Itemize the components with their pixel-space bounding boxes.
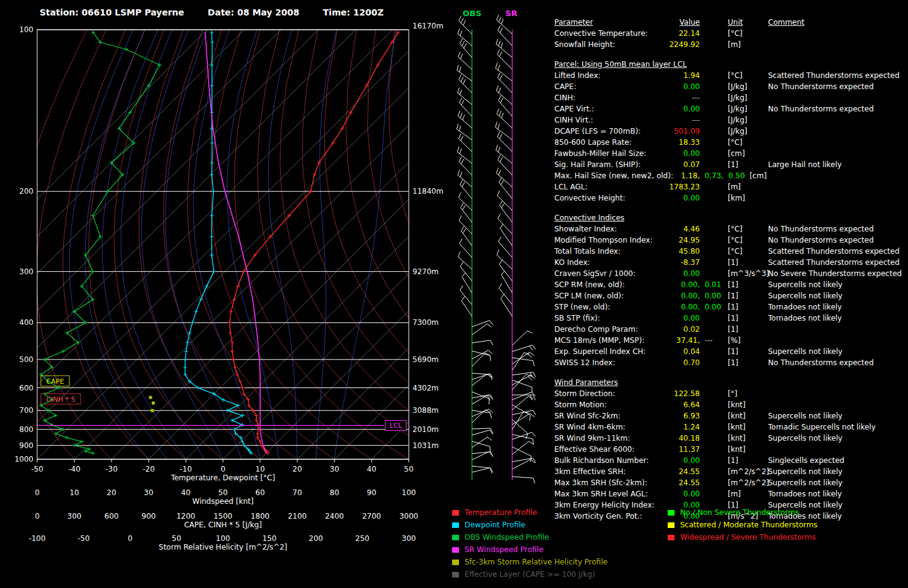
svg-text:900: 900 xyxy=(19,441,33,450)
table-row: MCS 18m/s (MMP, MSP):37.41, ---[%] xyxy=(554,335,902,346)
table-gap xyxy=(554,50,902,59)
svg-text:70: 70 xyxy=(292,488,302,497)
svg-text:30: 30 xyxy=(144,488,153,497)
svg-text:1000: 1000 xyxy=(14,455,33,464)
table-section-header: Convective Indices xyxy=(554,212,902,223)
svg-text:Storm Relative Helicity [m^2/s: Storm Relative Helicity [m^2/s^2] xyxy=(159,543,287,551)
table-row: SB STP (fix):0.00[1]Tornadoes not likely xyxy=(554,313,902,324)
svg-text:300: 300 xyxy=(402,534,416,543)
legend-label: SR Windspeed Profile xyxy=(465,545,543,554)
svg-text:900: 900 xyxy=(142,512,156,521)
svg-text:2010m: 2010m xyxy=(413,425,439,434)
table-row: Snowfall Height:2249.92[m] xyxy=(554,39,902,50)
dewpoint-profile xyxy=(185,32,251,453)
svg-text:50: 50 xyxy=(172,534,181,543)
srh-marker xyxy=(152,402,155,405)
legend-label: Widespread / Severe Thunderstorms xyxy=(680,533,816,542)
legend-swatch xyxy=(452,560,459,565)
table-row: SWISS 12 Index:0.70[1]No Thunderstorms e… xyxy=(554,357,902,368)
table-section-header: Parcel: Using 50mB mean layer LCL xyxy=(554,59,902,70)
svg-text:600: 600 xyxy=(19,384,33,392)
svg-text:1500: 1500 xyxy=(214,512,233,521)
svg-text:1031m: 1031m xyxy=(413,441,439,450)
legend-item: Scattered / Moderate Thunderstorms xyxy=(668,519,818,531)
svg-text:100: 100 xyxy=(19,25,33,34)
svg-text:0: 0 xyxy=(35,488,40,497)
legend-label: Effective Layer (CAPE >= 100 J/kg) xyxy=(465,570,595,579)
svg-text:-50: -50 xyxy=(31,465,43,473)
table-row: CAPE:0.00[J/kg]No Thunderstorms expected xyxy=(554,81,902,92)
table-row: Lifted Index:1.94[°C]Scattered Thunderst… xyxy=(554,70,902,81)
svg-text:2400: 2400 xyxy=(325,512,344,521)
svg-text:3088m: 3088m xyxy=(413,406,439,415)
svg-text:2100: 2100 xyxy=(288,512,307,521)
skewt-background xyxy=(0,30,551,459)
svg-text:500: 500 xyxy=(19,355,33,364)
svg-text:60: 60 xyxy=(255,488,264,497)
svg-text:250: 250 xyxy=(356,534,370,543)
legend-swatch xyxy=(668,522,674,528)
bottom-axes: -50-40-30-20-1001020304050Temperature, D… xyxy=(28,465,418,551)
svg-text:CAPE, CINH * 5 [J/kg]: CAPE, CINH * 5 [J/kg] xyxy=(184,521,262,529)
legend-item: No / Non Severe Thunderstorms xyxy=(668,506,818,519)
legend-item: Temperature Profile xyxy=(452,506,608,519)
svg-text:200: 200 xyxy=(19,187,33,196)
svg-text:9270m: 9270m xyxy=(413,267,439,276)
table-row: Storm Motion:6.64[knt] xyxy=(554,399,902,410)
table-row: DCAPE (LFS = 700mB):501.09[J/kg] xyxy=(554,126,902,137)
table-row: Convective Temperature:22.14[°C] xyxy=(554,28,902,39)
svg-text:0: 0 xyxy=(128,534,133,543)
legend-label: Scattered / Moderate Thunderstorms xyxy=(680,521,818,529)
svg-text:2700: 2700 xyxy=(362,512,382,521)
legend-label: Temperature Profile xyxy=(465,508,537,517)
table-row: Max 3km SRH Level AGL:0.00[m]Tornadoes n… xyxy=(554,488,902,499)
svg-text:800: 800 xyxy=(19,425,33,434)
svg-text:0: 0 xyxy=(220,465,225,473)
legend-swatch xyxy=(452,535,459,540)
svg-text:50: 50 xyxy=(404,465,413,473)
svg-text:50: 50 xyxy=(218,488,227,497)
svg-text:30: 30 xyxy=(330,465,339,473)
sounding-analysis-window: Station: 06610 LSMP PayerneDate: 08 May … xyxy=(0,0,908,588)
profile-legend: Temperature ProfileDewpoint ProfileOBS W… xyxy=(452,506,608,581)
svg-text:-30: -30 xyxy=(105,465,118,473)
legend-item: Effective Layer (CAPE >= 100 J/kg) xyxy=(452,568,608,581)
legend-item: OBS Windspeed Profile xyxy=(452,531,608,543)
legend-label: Dewpoint Profile xyxy=(465,521,525,529)
svg-text:40: 40 xyxy=(181,488,190,497)
table-row: 850-600 Lapse Rate:18.33[°C] xyxy=(554,137,902,148)
table-row: SR Wind 9km-11km:40.18[knt]Supercells no… xyxy=(554,433,902,444)
table-row: Modified Thompson Index:24.95[°C]No Thun… xyxy=(554,235,902,246)
table-row: Sig. Hail Param. (SHIP):0.07[1]Large Hai… xyxy=(554,159,902,170)
svg-text:1200: 1200 xyxy=(177,512,196,521)
legend-swatch xyxy=(668,510,674,516)
table-column-headers: ParameterValueUnitComment xyxy=(554,17,902,28)
skewt-chart: 10016170m20011840m3009270m4007300m500569… xyxy=(0,0,551,588)
svg-text:5690m: 5690m xyxy=(413,355,439,364)
legend-item: SR Windspeed Profile xyxy=(452,543,608,556)
svg-text:Temperature, Dewpoint [°C]: Temperature, Dewpoint [°C] xyxy=(170,473,275,482)
legend-item: Sfc-3km Storm Relative Helicity Profile xyxy=(452,556,608,568)
table-row: Storm Direction:122.58[°] xyxy=(554,388,902,399)
legend-swatch xyxy=(452,572,459,577)
svg-text:200: 200 xyxy=(309,534,323,543)
svg-text:CAPE: CAPE xyxy=(46,378,64,386)
svg-text:7300m: 7300m xyxy=(413,318,439,327)
legend-swatch xyxy=(452,522,459,528)
svg-text:LCL: LCL xyxy=(390,422,403,430)
table-row: SR Wind 4km-6km:1.24[knt]Tornadic Superc… xyxy=(554,422,902,433)
svg-text:Windspeed [knt]: Windspeed [knt] xyxy=(193,497,254,506)
sr-windspeed-profile xyxy=(205,32,266,453)
table-row: STP (new, old):0.00, 0.00[1]Tornadoes no… xyxy=(554,301,902,313)
srh-marker xyxy=(151,409,154,412)
svg-text:-10: -10 xyxy=(180,465,192,473)
table-row: Fawbush-Miller Hail Size:0.00[cm] xyxy=(554,148,902,159)
svg-text:90: 90 xyxy=(367,488,376,497)
table-gap xyxy=(554,368,902,377)
table-row: Craven SigSvr / 1000:0.00[m^3/s^3]No Sev… xyxy=(554,268,902,279)
legend-item: Dewpoint Profile xyxy=(452,519,608,531)
svg-text:10: 10 xyxy=(255,465,264,473)
svg-text:20: 20 xyxy=(107,488,116,497)
table-row: CAPE Virt.:0.00[J/kg]No Thunderstorms ex… xyxy=(554,103,902,115)
svg-text:16170m: 16170m xyxy=(413,22,443,30)
